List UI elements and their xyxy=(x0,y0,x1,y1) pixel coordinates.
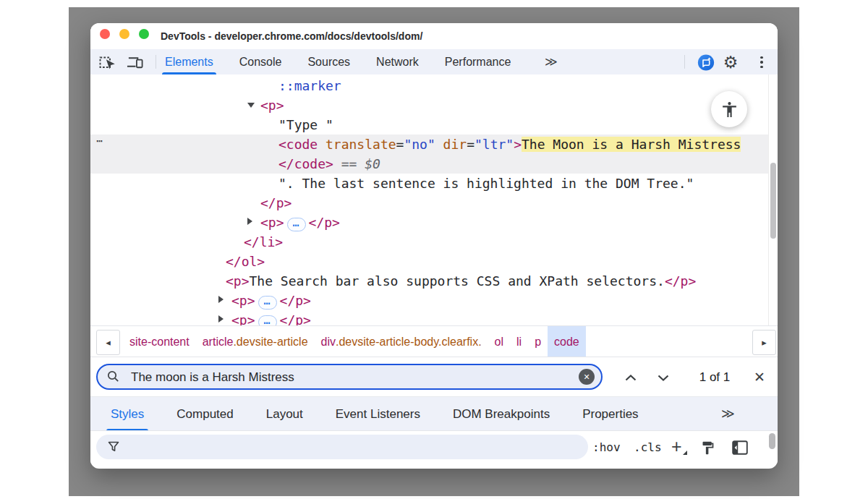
breadcrumb-item-p[interactable]: p xyxy=(528,326,548,357)
styles-tab-event-listeners[interactable]: Event Listeners xyxy=(336,397,420,431)
minimize-window-button[interactable] xyxy=(119,29,129,39)
kebab-menu-icon[interactable] xyxy=(757,54,767,71)
dom-token-tag: > xyxy=(514,137,522,152)
device-toolbar-icon[interactable] xyxy=(127,54,144,71)
node-overflow-menu-icon[interactable]: ⋯ xyxy=(96,132,103,151)
styles-more-tabs-icon[interactable]: ≫ xyxy=(721,397,735,431)
crumb-token-cls: .devsite-article xyxy=(233,336,307,349)
styles-tab-dom-breakpoints[interactable]: DOM Breakpoints xyxy=(453,397,550,431)
tab-network[interactable]: Network xyxy=(376,49,419,74)
dom-token-tag: <p> xyxy=(260,98,284,113)
maximize-window-button[interactable] xyxy=(139,29,149,39)
style-filter-field[interactable] xyxy=(96,435,588,459)
expand-arrow-icon[interactable] xyxy=(218,315,224,323)
dom-tree-row[interactable]: </p> xyxy=(90,193,769,213)
toggle-sidebar-icon[interactable] xyxy=(731,439,749,456)
dom-token-dollar: $0 xyxy=(365,156,380,171)
styles-tab-computed[interactable]: Computed xyxy=(176,397,233,431)
dom-token-text: ". The last sentence is highlighted in t… xyxy=(278,176,694,191)
toggle-element-state-button[interactable]: :hov xyxy=(592,431,621,464)
expand-arrow-icon[interactable] xyxy=(247,218,252,225)
crumb-token-ctag: code xyxy=(554,336,579,349)
crumb-token-ctag: article xyxy=(203,336,234,349)
dom-tree-row[interactable]: </code> == $0 xyxy=(90,154,769,174)
style-filter-input[interactable] xyxy=(127,438,578,458)
breadcrumb-item-div-devsite-article-body-clearfix[interactable]: div.devsite-article-body.clearfix. xyxy=(315,326,488,357)
search-input[interactable] xyxy=(129,366,537,388)
styles-tab-layout[interactable]: Layout xyxy=(266,397,303,431)
close-window-button[interactable] xyxy=(100,29,110,39)
dom-token-text: "Type " xyxy=(278,117,333,132)
dom-tree-row[interactable]: <p> xyxy=(90,95,769,115)
dom-tree-row[interactable]: </ol> xyxy=(90,252,769,271)
ellipsis-expand-button[interactable]: … xyxy=(258,296,277,310)
styles-scrollbar-thumb[interactable] xyxy=(769,433,775,449)
close-search-icon[interactable]: ✕ xyxy=(751,357,768,397)
dom-tree-row[interactable]: ::marker xyxy=(90,76,769,95)
new-style-rule-button[interactable]: + xyxy=(671,431,682,464)
settings-gear-icon[interactable]: ⚙ xyxy=(722,54,739,71)
dom-tree-row[interactable]: "Type " xyxy=(90,115,769,135)
breadcrumb-item-ol[interactable]: ol xyxy=(488,326,510,357)
accessibility-fab[interactable] xyxy=(711,91,747,127)
dom-token-pseudo: ::marker xyxy=(278,78,341,93)
panel-tab-strip: ElementsConsoleSourcesNetworkPerformance xyxy=(165,49,511,74)
rendering-emulation-icon[interactable] xyxy=(699,439,716,456)
tab-performance[interactable]: Performance xyxy=(445,49,511,74)
previous-result-icon[interactable] xyxy=(622,369,639,386)
dom-scrollbar-thumb[interactable] xyxy=(770,163,776,239)
clear-search-icon[interactable]: ✕ xyxy=(579,369,595,385)
dom-token-text: = xyxy=(467,137,475,152)
dom-tree-pane: ::marker<p>"Type "⋯<code translate="no" … xyxy=(90,74,778,325)
dom-tree-row[interactable]: ". The last sentence is highlighted in t… xyxy=(90,174,769,193)
dom-tree-row[interactable]: ⋯<code translate="no" dir="ltr">The Moon… xyxy=(90,135,769,154)
styles-filter-bar: :hov .cls + xyxy=(90,430,778,464)
search-icon xyxy=(107,370,119,385)
dom-tree-row[interactable]: <p>The Search bar also supports CSS and … xyxy=(90,271,769,291)
breadcrumb-item-article-devsite-article[interactable]: article.devsite-article xyxy=(196,326,315,357)
ellipsis-expand-button[interactable]: … xyxy=(258,315,277,325)
expand-arrow-icon[interactable] xyxy=(218,296,224,303)
breadcrumb-item-li[interactable]: li xyxy=(510,326,528,357)
dom-token-tag: </p> xyxy=(260,195,292,210)
dom-tree-row[interactable]: <p>…</p> xyxy=(90,310,769,325)
crumb-token-cls: .devsite-article-body.clearfix. xyxy=(336,336,482,349)
breadcrumb-scroll-left-icon[interactable]: ◂ xyxy=(96,330,120,355)
collapse-arrow-icon[interactable] xyxy=(247,103,255,108)
screenshot-stage: DevTools - developer.chrome.com/docs/dev… xyxy=(0,0,868,499)
dom-token-tag: <p> xyxy=(260,215,284,230)
more-tabs-icon[interactable]: ≫ xyxy=(545,49,558,74)
tab-elements[interactable]: Elements xyxy=(165,49,213,74)
crumb-token-ctag: li xyxy=(516,336,522,349)
toolbar-divider xyxy=(156,55,156,69)
breadcrumb-scroll-right-icon[interactable]: ▸ xyxy=(752,330,776,355)
element-classes-button[interactable]: .cls xyxy=(634,431,662,464)
dom-tree-row[interactable]: <p>…</p> xyxy=(90,213,769,232)
crumb-token-ctag: div xyxy=(321,336,336,349)
tab-sources[interactable]: Sources xyxy=(307,49,350,74)
styles-tab-properties[interactable]: Properties xyxy=(582,397,638,431)
find-bar: ✕ 1 of 1 ✕ xyxy=(90,357,778,397)
ellipsis-expand-button[interactable]: … xyxy=(287,218,306,231)
dom-token-tag: </li> xyxy=(244,234,283,250)
devtools-window: DevTools - developer.chrome.com/docs/dev… xyxy=(90,23,778,469)
inspect-element-icon[interactable] xyxy=(98,54,116,71)
search-field[interactable]: ✕ xyxy=(96,364,603,390)
styles-tab-styles[interactable]: Styles xyxy=(111,397,144,431)
styles-tab-strip: StylesComputedLayoutEvent ListenersDOM B… xyxy=(111,397,639,431)
breadcrumb: site-contentarticle.devsite-articlediv.d… xyxy=(123,326,752,357)
dom-tree-row[interactable]: </li> xyxy=(90,232,769,252)
dom-scrollbar-track[interactable] xyxy=(768,74,778,325)
ai-assistance-icon[interactable] xyxy=(697,54,715,71)
breadcrumb-item-site-content[interactable]: site-content xyxy=(123,326,196,357)
breadcrumb-item-code[interactable]: code xyxy=(548,326,586,357)
crumb-token-ctag: ol xyxy=(495,336,503,349)
search-results-count: 1 of 1 xyxy=(689,357,740,397)
dom-token-tag: </p> xyxy=(665,273,696,289)
dom-token-text: = xyxy=(396,137,404,152)
window-title: DevTools - developer.chrome.com/docs/dev… xyxy=(161,23,422,49)
dom-token-gray: == xyxy=(333,156,365,171)
next-result-icon[interactable] xyxy=(655,369,672,386)
tab-console[interactable]: Console xyxy=(239,49,282,74)
dom-tree-row[interactable]: <p>…</p> xyxy=(90,291,769,310)
